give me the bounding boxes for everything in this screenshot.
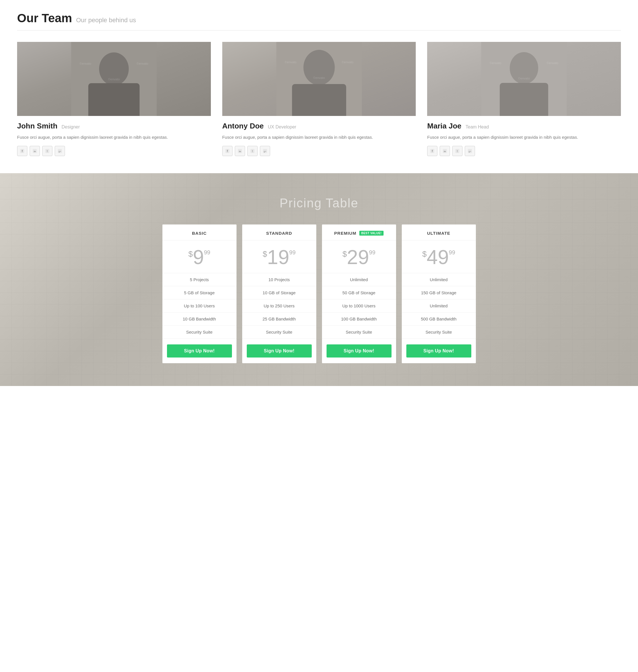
team-subtitle: Our people behind us: [76, 17, 136, 24]
pricing-feature-premium-0: Unlimited: [322, 273, 396, 286]
price-cents-ultimate: 99: [449, 249, 455, 255]
pricing-feature-premium-3: 100 GB Bandwidth: [322, 312, 396, 326]
signup-button-standard[interactable]: Sign Up Now!: [247, 344, 312, 358]
price-dollar-premium: $: [342, 250, 347, 258]
social-icons-1: f in t g+: [17, 146, 211, 156]
team-member-bio-1: Fusce orci augue, porta a sapien digniss…: [17, 134, 211, 141]
pricing-price-standard: $ 19 99: [242, 240, 316, 273]
pricing-cta-standard: Sign Up Now!: [242, 339, 316, 363]
svg-text:©envato: ©envato: [285, 61, 296, 64]
svg-text:©envato: ©envato: [342, 61, 353, 64]
svg-text:g+: g+: [264, 150, 266, 153]
pricing-feature-basic-3: 10 GB Bandwidth: [163, 312, 236, 326]
price-cents-premium: 99: [369, 249, 375, 255]
pricing-feature-premium-4: Security Suite: [322, 326, 396, 339]
signup-button-basic[interactable]: Sign Up Now!: [167, 344, 232, 358]
team-member-bio-2: Fusce orci augue, porta a sapien digniss…: [222, 134, 416, 141]
team-member-bio-3: Fusce orci augue, porta a sapien digniss…: [427, 134, 621, 141]
pricing-card-premium: PREMIUM BEST VALUE! $ 29 99 Unlimited 50…: [322, 224, 396, 363]
linkedin-icon-2[interactable]: in: [235, 146, 245, 156]
best-value-badge: BEST VALUE!: [359, 231, 384, 236]
price-main-basic: 9: [193, 247, 204, 267]
signup-button-premium[interactable]: Sign Up Now!: [326, 344, 391, 358]
team-member-name-2: Antony Doe: [222, 122, 264, 130]
pricing-title: Pricing Table: [17, 196, 621, 210]
team-member-name-1: John Smith: [17, 122, 57, 130]
team-photo-2: ©envato ©envato ©envato: [222, 42, 416, 116]
social-icons-2: f in t g+: [222, 146, 416, 156]
team-member-name-3: Maria Joe: [427, 122, 461, 130]
facebook-icon-2[interactable]: f: [222, 146, 233, 156]
team-card-2: ©envato ©envato ©envato Antony Doe UX De…: [222, 42, 416, 156]
facebook-icon-1[interactable]: f: [17, 146, 27, 156]
svg-text:©envato: ©envato: [108, 77, 120, 81]
pricing-tier-basic: BASIC: [163, 224, 236, 240]
team-card-1: ©envato ©envato ©envato John Smith Desig…: [17, 42, 211, 156]
team-name-row-3: Maria Joe Team Head: [427, 122, 621, 131]
pricing-feature-ultimate-1: 150 GB of Storage: [402, 286, 476, 299]
team-section-header: Our Team Our people behind us: [17, 12, 621, 31]
team-name-row-1: John Smith Designer: [17, 122, 211, 131]
svg-text:in: in: [239, 150, 241, 153]
svg-text:©envato: ©envato: [547, 61, 558, 65]
pricing-tier-ultimate: ULTIMATE: [402, 224, 476, 240]
price-main-premium: 29: [347, 247, 369, 267]
pricing-card-standard: STANDARD $ 19 99 10 Projects 10 GB of St…: [242, 224, 316, 363]
pricing-feature-ultimate-2: Unlimited: [402, 299, 476, 312]
pricing-feature-standard-0: 10 Projects: [242, 273, 316, 286]
facebook-icon-3[interactable]: f: [427, 146, 437, 156]
price-main-standard: 19: [267, 247, 289, 267]
svg-text:in: in: [444, 150, 446, 153]
team-photo-3: ©envato ©envato ©envato: [427, 42, 621, 116]
googleplus-icon-2[interactable]: g+: [260, 146, 270, 156]
pricing-price-premium: $ 29 99: [322, 240, 396, 273]
googleplus-icon-3[interactable]: g+: [465, 146, 475, 156]
pricing-feature-standard-2: Up to 250 Users: [242, 299, 316, 312]
svg-text:©envato: ©envato: [490, 61, 502, 65]
pricing-feature-standard-1: 10 GB of Storage: [242, 286, 316, 299]
pricing-grid: BASIC $ 9 99 5 Projects 5 GB of Storage …: [163, 224, 476, 363]
pricing-feature-basic-0: 5 Projects: [163, 273, 236, 286]
pricing-feature-ultimate-4: Security Suite: [402, 326, 476, 339]
pricing-feature-basic-4: Security Suite: [163, 326, 236, 339]
price-dollar-standard: $: [263, 250, 267, 258]
googleplus-icon-1[interactable]: g+: [55, 146, 65, 156]
svg-text:©envato: ©envato: [136, 62, 148, 65]
pricing-cta-basic: Sign Up Now!: [163, 339, 236, 363]
pricing-tier-premium: PREMIUM BEST VALUE!: [322, 224, 396, 240]
svg-point-15: [303, 50, 335, 85]
team-section: Our Team Our people behind us ©envato ©e…: [0, 0, 638, 173]
pricing-tier-standard: STANDARD: [242, 224, 316, 240]
pricing-feature-premium-2: Up to 1000 Users: [322, 299, 396, 312]
team-member-role-2: UX Developer: [268, 124, 296, 129]
price-main-ultimate: 49: [426, 247, 449, 267]
pricing-section: Pricing Table BASIC $ 9 99 5 Projects 5 …: [0, 173, 638, 386]
twitter-icon-2[interactable]: t: [247, 146, 257, 156]
twitter-icon-1[interactable]: t: [42, 146, 52, 156]
pricing-feature-basic-1: 5 GB of Storage: [163, 286, 236, 299]
price-dollar-ultimate: $: [422, 250, 427, 258]
twitter-icon-3[interactable]: t: [452, 146, 463, 156]
team-member-role-1: Designer: [62, 124, 80, 129]
svg-text:g+: g+: [469, 150, 471, 153]
svg-text:t: t: [457, 150, 458, 153]
pricing-feature-standard-4: Security Suite: [242, 326, 316, 339]
signup-button-ultimate[interactable]: Sign Up Now!: [406, 344, 471, 358]
price-dollar-basic: $: [188, 250, 193, 258]
pricing-feature-premium-1: 50 GB of Storage: [322, 286, 396, 299]
svg-rect-16: [292, 84, 346, 116]
svg-rect-2: [88, 83, 140, 116]
pricing-card-ultimate: ULTIMATE $ 49 99 Unlimited 150 GB of Sto…: [402, 224, 476, 363]
team-grid: ©envato ©envato ©envato John Smith Desig…: [17, 42, 621, 156]
pricing-feature-ultimate-3: 500 GB Bandwidth: [402, 312, 476, 326]
price-cents-standard: 99: [289, 249, 296, 255]
pricing-price-ultimate: $ 49 99: [402, 240, 476, 273]
svg-text:t: t: [47, 150, 48, 153]
pricing-feature-basic-2: Up to 100 Users: [163, 299, 236, 312]
team-name-row-2: Antony Doe UX Developer: [222, 122, 416, 131]
svg-text:in: in: [34, 150, 36, 153]
linkedin-icon-3[interactable]: in: [440, 146, 450, 156]
linkedin-icon-1[interactable]: in: [30, 146, 40, 156]
price-cents-basic: 99: [204, 249, 210, 255]
pricing-feature-standard-3: 25 GB Bandwidth: [242, 312, 316, 326]
